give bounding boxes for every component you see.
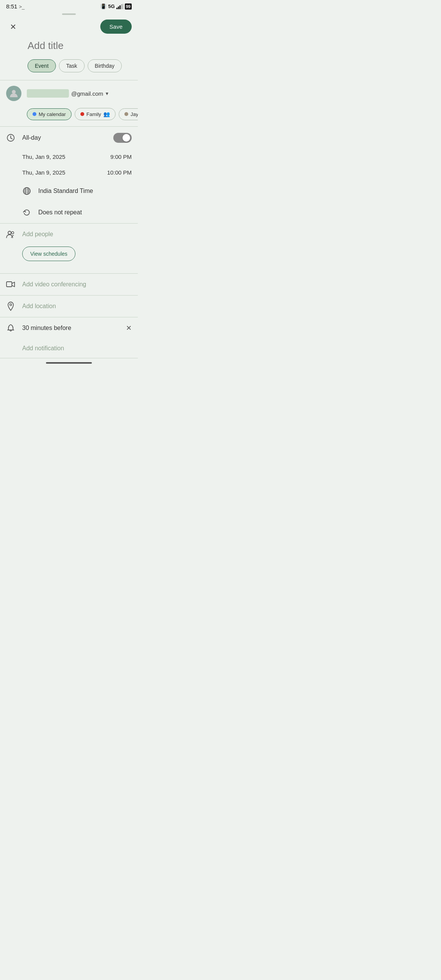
vibrate-icon: 📳 (100, 3, 106, 9)
group-icon: 👥 (103, 111, 110, 117)
battery-icon: 99 (125, 3, 132, 10)
people-icon (6, 230, 15, 239)
svg-rect-0 (116, 8, 118, 9)
start-datetime-row[interactable]: Thu, Jan 9, 2025 9:00 PM (0, 149, 138, 165)
end-date: Thu, Jan 9, 2025 (22, 169, 65, 176)
event-type-tabs: Event Task Birthday (0, 59, 138, 80)
save-button[interactable]: Save (100, 20, 132, 34)
svg-line-8 (11, 138, 12, 139)
add-video-conferencing-row[interactable]: Add video conferencing (0, 274, 138, 295)
svg-rect-3 (121, 4, 122, 9)
svg-point-5 (12, 90, 16, 94)
repeat-row[interactable]: Does not repeat (0, 202, 138, 223)
chip-label-my-calendar: My calendar (39, 111, 66, 117)
add-people-label: Add people (22, 231, 132, 238)
video-icon (6, 280, 15, 289)
view-schedules-button[interactable]: View schedules (22, 247, 75, 261)
calendar-chips: My calendar Family 👥 Jayanti My D (0, 106, 138, 126)
all-day-label: All-day (22, 134, 106, 141)
location-icon (6, 302, 15, 311)
status-time: 8:51 >_ (6, 3, 24, 10)
add-location-row[interactable]: Add location (0, 296, 138, 317)
add-location-label: Add location (22, 303, 132, 310)
chip-dot-my-calendar (33, 112, 36, 116)
svg-rect-16 (7, 282, 12, 287)
tab-task[interactable]: Task (59, 59, 85, 72)
chip-dot-family (80, 112, 84, 116)
start-time: 9:00 PM (110, 154, 132, 160)
drag-handle[interactable] (0, 11, 138, 16)
svg-rect-2 (119, 5, 121, 9)
svg-rect-4 (122, 4, 123, 9)
home-indicator (0, 358, 138, 366)
repeat-label: Does not repeat (38, 209, 132, 216)
network-label: 5G (108, 3, 114, 9)
svg-point-17 (10, 304, 12, 306)
start-date: Thu, Jan 9, 2025 (22, 154, 65, 160)
chip-label-family: Family (87, 111, 101, 117)
toggle-knob (122, 134, 130, 142)
close-button[interactable]: ✕ (6, 20, 20, 34)
chip-my-calendar[interactable]: My calendar (27, 108, 72, 120)
svg-rect-1 (118, 7, 119, 9)
all-day-row: All-day (0, 127, 138, 149)
home-bar (46, 362, 92, 364)
tab-event[interactable]: Event (28, 59, 56, 72)
notification-row: 30 minutes before ✕ (0, 317, 138, 339)
bell-icon (6, 323, 15, 333)
header: ✕ Save (0, 16, 138, 38)
timezone-label: India Standard Time (38, 188, 132, 194)
all-day-toggle[interactable] (113, 133, 132, 143)
email-redacted (27, 89, 69, 98)
title-input[interactable] (28, 40, 132, 52)
svg-point-15 (11, 232, 14, 234)
add-notification-label: Add notification (22, 345, 132, 352)
add-people-row[interactable]: Add people (0, 224, 138, 245)
end-time: 10:00 PM (107, 169, 132, 176)
email-dropdown-arrow: ▾ (106, 90, 108, 96)
add-notification-row[interactable]: Add notification (0, 339, 138, 358)
avatar (6, 86, 21, 101)
clock-icon (6, 133, 15, 142)
notification-remove-button[interactable]: ✕ (126, 324, 132, 332)
globe-icon (22, 186, 31, 196)
signal-icon (116, 4, 123, 9)
status-icons: 📳 5G 99 (100, 3, 132, 10)
email-display[interactable]: @gmail.com ▾ (27, 89, 108, 98)
chip-dot-jayanti (124, 112, 128, 116)
view-schedules-container: View schedules (0, 245, 138, 273)
account-row: @gmail.com ▾ (0, 80, 138, 106)
title-section (0, 38, 138, 59)
repeat-icon (22, 208, 31, 217)
chip-jayanti[interactable]: Jayanti (119, 108, 138, 120)
tab-birthday[interactable]: Birthday (88, 59, 122, 72)
status-bar: 8:51 >_ 📳 5G 99 (0, 0, 138, 11)
chip-family[interactable]: Family 👥 (75, 108, 116, 120)
chip-label-jayanti: Jayanti (131, 111, 138, 117)
notification-label: 30 minutes before (22, 325, 119, 332)
add-video-conferencing-label: Add video conferencing (22, 281, 132, 288)
svg-point-14 (8, 231, 11, 234)
end-datetime-row[interactable]: Thu, Jan 9, 2025 10:00 PM (0, 165, 138, 180)
timezone-row[interactable]: India Standard Time (0, 180, 138, 202)
